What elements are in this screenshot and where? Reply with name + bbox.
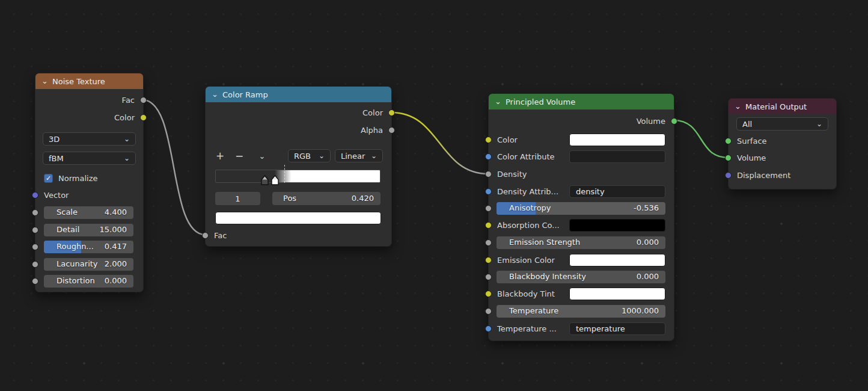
- anisotropy-input-socket[interactable]: [485, 205, 492, 212]
- chevron-down-icon: ⌄: [124, 156, 130, 161]
- blackbody-intensity-slider[interactable]: Blackbody Intensity 0.000: [497, 271, 665, 283]
- color-attribute-field[interactable]: [569, 150, 665, 163]
- distortion-slider[interactable]: Distortion 0.000: [44, 275, 133, 288]
- anisotropy-slider[interactable]: Anisotropy -0.536: [497, 202, 665, 215]
- output-label: Fac: [122, 96, 135, 105]
- slider-label: Blackbody Intensity: [509, 272, 586, 281]
- slider-value: -0.536: [634, 203, 659, 212]
- color-ramp-header[interactable]: ⌄ Color Ramp: [206, 87, 391, 102]
- absorption-color-swatch[interactable]: [569, 219, 665, 232]
- gradient-ramp-bar[interactable]: [215, 170, 381, 183]
- temperature-attribute-socket[interactable]: [485, 325, 492, 332]
- absorption-color-label: Absorption Co...: [497, 221, 560, 230]
- node-title: Noise Texture: [52, 77, 105, 86]
- color-input-socket[interactable]: [485, 137, 492, 143]
- node-material-output[interactable]: ⌄ Material Output All ⌄ Surface Volume D…: [728, 98, 837, 189]
- stop-index-value: 1: [235, 194, 240, 203]
- normalize-label: Normalize: [58, 174, 97, 183]
- vector-input-socket[interactable]: [32, 192, 38, 199]
- distortion-row: Distortion 0.000: [35, 275, 143, 288]
- noise-type-dropdown[interactable]: fBM ⌄: [43, 152, 136, 165]
- ramp-menu-button[interactable]: ⌄: [255, 149, 269, 162]
- collapse-chevron-icon[interactable]: ⌄: [495, 99, 506, 105]
- blackbody-intensity-socket[interactable]: [485, 274, 492, 280]
- color-mode-dropdown[interactable]: RGB ⌄: [288, 149, 331, 162]
- temperature-slider[interactable]: Temperature 1000.000: [497, 305, 665, 318]
- emission-color-socket[interactable]: [485, 257, 492, 263]
- blackbody-tint-row: Blackbody Tint: [489, 288, 674, 300]
- noise-texture-header[interactable]: ⌄ Noise Texture: [35, 73, 143, 89]
- color-output-socket[interactable]: [140, 114, 147, 121]
- selected-stop-guide: [284, 165, 285, 183]
- displacement-label: Displacement: [737, 171, 790, 180]
- emission-color-swatch[interactable]: [569, 254, 665, 266]
- collapse-chevron-icon[interactable]: ⌄: [735, 103, 745, 109]
- fac-label: Fac: [214, 231, 227, 240]
- emission-strength-socket[interactable]: [485, 239, 492, 246]
- temperature-socket[interactable]: [485, 308, 492, 315]
- color-label: Color: [497, 135, 518, 144]
- normalize-checkbox[interactable]: ✓: [44, 174, 53, 183]
- emission-strength-slider[interactable]: Emission Strength 0.000: [497, 236, 665, 249]
- slider-value: 2.000: [105, 259, 127, 268]
- blackbody-tint-swatch[interactable]: [569, 288, 665, 300]
- remove-stop-button[interactable]: −: [232, 149, 246, 162]
- principled-volume-header[interactable]: ⌄ Principled Volume: [489, 94, 674, 109]
- density-attribute-field[interactable]: density: [569, 185, 665, 198]
- temperature-attribute-field[interactable]: temperature: [569, 322, 665, 335]
- scale-slider[interactable]: Scale 4.400: [44, 206, 133, 219]
- link-volume-to-output-volume: [674, 120, 728, 158]
- stop-position-slider[interactable]: Pos 0.420: [272, 192, 381, 205]
- absorption-color-socket[interactable]: [485, 222, 492, 229]
- scale-input-socket[interactable]: [32, 209, 38, 216]
- material-output-header[interactable]: ⌄ Material Output: [729, 99, 836, 114]
- ramp-stop-marker-0[interactable]: [261, 175, 269, 185]
- selected-stop-color-swatch[interactable]: [215, 212, 381, 224]
- output-label: Color: [114, 113, 135, 122]
- density-row: Density: [489, 168, 674, 180]
- interpolation-dropdown[interactable]: Linear ⌄: [335, 149, 383, 162]
- emission-color-label: Emission Color: [497, 256, 555, 265]
- ramp-toolbar: + − ⌄ RGB ⌄ Linear ⌄: [206, 149, 391, 162]
- density-input-socket[interactable]: [485, 171, 492, 177]
- collapse-chevron-icon[interactable]: ⌄: [41, 78, 52, 84]
- chevron-down-icon: ⌄: [124, 137, 130, 141]
- fac-output-socket[interactable]: [140, 97, 147, 103]
- slider-label: Anisotropy: [509, 203, 551, 212]
- emission-color-row: Emission Color: [489, 254, 674, 266]
- lacunarity-slider[interactable]: Lacunarity 2.000: [44, 258, 133, 271]
- collapse-chevron-icon[interactable]: ⌄: [212, 91, 222, 97]
- surface-input-socket[interactable]: [725, 138, 732, 144]
- density-label: Density: [497, 170, 527, 179]
- displacement-input-socket[interactable]: [725, 172, 732, 179]
- roughness-input-socket[interactable]: [32, 244, 38, 250]
- stop-index-field[interactable]: 1: [215, 192, 260, 205]
- dimensions-dropdown[interactable]: 3D ⌄: [43, 132, 136, 146]
- volume-output-socket[interactable]: [671, 118, 677, 125]
- volume-input-socket[interactable]: [725, 155, 732, 161]
- color-attribute-socket[interactable]: [485, 153, 492, 160]
- distortion-input-socket[interactable]: [32, 278, 38, 285]
- slider-label: Distortion: [57, 276, 95, 285]
- node-noise-texture[interactable]: ⌄ Noise Texture Fac Color 3D ⌄ fBM ⌄ ✓ N…: [35, 73, 144, 292]
- ramp-stop-marker-1-selected[interactable]: [271, 175, 279, 185]
- roughness-slider[interactable]: Roughn... 0.417: [44, 241, 133, 253]
- slider-value: 1000.000: [622, 306, 659, 315]
- lacunarity-input-socket[interactable]: [32, 261, 38, 268]
- color-swatch[interactable]: [569, 134, 665, 146]
- color-output-socket[interactable]: [388, 109, 395, 116]
- fac-input-socket[interactable]: [202, 232, 209, 239]
- slider-value: 0.417: [105, 242, 127, 251]
- field-value: density: [576, 187, 605, 196]
- alpha-output-socket[interactable]: [388, 127, 395, 134]
- blackbody-tint-socket[interactable]: [485, 291, 492, 297]
- target-dropdown[interactable]: All ⌄: [736, 117, 828, 131]
- node-color-ramp[interactable]: ⌄ Color Ramp Color Alpha + − ⌄ RGB ⌄ Lin…: [205, 86, 392, 247]
- blackbody-intensity-row: Blackbody Intensity 0.000: [489, 271, 674, 283]
- detail-input-socket[interactable]: [32, 227, 38, 233]
- density-attribute-socket[interactable]: [485, 188, 492, 195]
- detail-slider[interactable]: Detail 15.000: [44, 224, 133, 236]
- slider-value: 4.400: [105, 208, 127, 217]
- node-principled-volume[interactable]: ⌄ Principled Volume Volume Color Color A…: [488, 93, 674, 341]
- add-stop-button[interactable]: +: [213, 149, 227, 162]
